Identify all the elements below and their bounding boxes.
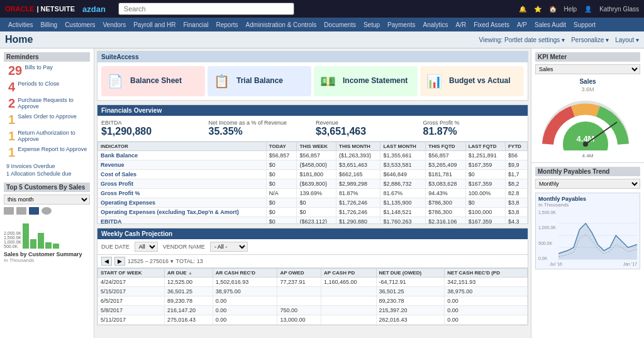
vendor-name-label: VENDOR NAME <box>163 244 205 250</box>
nav-setup[interactable]: Setup <box>360 20 383 30</box>
right-panel: KPI Meter Sales Sales 3.6M 4.4M <box>531 48 644 338</box>
table-row: Gross Profit$0($639,800)$2,989,298$2,886… <box>98 179 528 189</box>
reminder-periods-number: 4 <box>8 81 15 93</box>
table-cell: 94.43% <box>426 189 465 198</box>
wc-th-ar-cash: AR CASH REC'D <box>213 269 277 278</box>
table-cell: $0 <box>266 170 297 179</box>
bar-1 <box>23 223 29 249</box>
nav-fixed-assets[interactable]: Fixed Assets <box>470 20 513 30</box>
table-cell <box>321 315 376 325</box>
table-cell: $0 <box>297 198 336 208</box>
table-cell: $1,135,900 <box>380 198 426 208</box>
top5-title: Top 5 Customers By Sales <box>4 183 90 192</box>
reminder-bills-label[interactable]: Bills to Pay <box>25 64 90 70</box>
reminder-sales-label[interactable]: Sales Order to Approve <box>18 113 90 120</box>
layout-btn[interactable]: Layout ▾ <box>615 37 639 43</box>
nav-vendors[interactable]: Vendors <box>100 20 130 30</box>
table-cell: Operating Expenses (excluding Tax,Dep'n … <box>98 208 267 217</box>
kpi-meter-section: KPI Meter Sales Sales 3.6M 4.4M <box>531 48 644 163</box>
kpi-meter-select[interactable]: Sales <box>535 64 640 74</box>
search-bar[interactable] <box>118 3 294 15</box>
gauge-label: Sales <box>535 78 640 85</box>
reminder-expense-label[interactable]: Expense Report to Approve <box>18 146 90 152</box>
table-cell: 6/5/2017 <box>98 296 165 306</box>
reminder-purchase-label[interactable]: Purchase Requests to Approve <box>18 97 90 110</box>
nav-payments[interactable]: Payments <box>384 20 418 30</box>
payables-x-labels: Jul '16 Jan '17 <box>538 262 637 266</box>
table-cell: 0.00 <box>213 315 277 325</box>
star-icon[interactable]: ⭐ <box>534 6 541 13</box>
payables-title: Monthly Payables Trend <box>535 167 640 176</box>
wc-th-net-cash: NET CASH REC'D (PD <box>445 269 528 278</box>
fo-kpi-row: EBITDA $1,290,880 Net Income as a % of R… <box>97 116 528 142</box>
nav-support[interactable]: Support <box>570 20 599 30</box>
nav-activities[interactable]: Activities <box>5 20 36 30</box>
kpi-gross-profit: Gross Profit % 81.87% <box>423 120 525 137</box>
nav-sales-audit[interactable]: Sales Audit <box>531 20 569 30</box>
next-btn[interactable]: ▶ <box>114 257 125 266</box>
table-cell: $1,726,246 <box>336 208 380 217</box>
nav-payroll[interactable]: Payroll and HR <box>130 20 179 30</box>
table-cell: 262,016.43 <box>376 315 445 325</box>
allocation-due[interactable]: 1 Allocation Schedule due <box>4 170 90 177</box>
azdan-logo: azdan <box>82 4 106 14</box>
payables-period-select[interactable]: Monthly <box>535 179 640 189</box>
prev-btn[interactable]: ◀ <box>101 257 112 266</box>
pagination-total: TOTAL: 13 <box>176 258 203 264</box>
reminder-purchase: 2 Purchase Requests to Approve <box>4 97 90 110</box>
home-icon[interactable]: 🏠 <box>549 6 557 13</box>
table-cell: $56,857 <box>297 151 336 161</box>
kpi-meter-title: KPI Meter <box>535 52 640 62</box>
table-cell: 5/15/2017 <box>98 287 165 296</box>
th-last-fqtd: LAST FQTD <box>465 142 505 151</box>
nav-admin[interactable]: Administration & Controls <box>243 20 320 30</box>
due-date-select[interactable]: All <box>135 242 158 252</box>
nav-ar[interactable]: A/R <box>453 20 470 30</box>
table-row: Operating Expenses (excluding Tax,Dep'n … <box>98 208 528 217</box>
nav-ap[interactable]: A/P <box>514 20 530 30</box>
nav-financial[interactable]: Financial <box>180 20 211 30</box>
table-cell: 4/24/2017 <box>98 278 165 287</box>
nav-reports[interactable]: Reports <box>213 20 242 30</box>
search-input[interactable] <box>118 3 294 15</box>
personalize-btn[interactable]: Personalize ▾ <box>571 37 609 43</box>
nav-billing[interactable]: Billing <box>37 20 60 30</box>
th-today: TODAY <box>266 142 297 151</box>
payables-y-axis: 1,500.0K 1,000.0K 500.0K 0.0K <box>538 210 557 261</box>
th-this-fqtd: THIS FQTD <box>426 142 465 151</box>
budget-actual-card[interactable]: 📊 Budget vs Actual <box>420 66 524 96</box>
reminder-return-label[interactable]: Return Authorization to Approve <box>18 130 90 142</box>
trial-balance-card[interactable]: 📋 Trial Balance <box>208 66 311 96</box>
line-chart-icon[interactable] <box>4 207 14 215</box>
income-statement-card[interactable]: 💵 Income Statement <box>314 66 418 96</box>
pie-chart-icon[interactable] <box>42 207 52 215</box>
table-cell: $3,8 <box>505 198 527 208</box>
kpi-net-income-value: 35.35% <box>209 126 310 137</box>
reminder-periods: 4 Periods to Close <box>4 81 90 93</box>
svg-point-3 <box>583 142 588 147</box>
payables-chart: Monthly Payables In Thousands 1,500.0K 1… <box>535 193 640 269</box>
table-cell: 82.8 <box>505 189 527 198</box>
balance-sheet-card[interactable]: 📄 Balance Sheet <box>101 66 205 96</box>
viewing-portlet[interactable]: Viewing: Portlet date settings ▾ <box>479 37 565 43</box>
table-cell: 0.00 <box>445 306 528 315</box>
reminder-periods-label[interactable]: Periods to Close <box>18 81 90 87</box>
table-cell: $1,7 <box>505 170 527 179</box>
fo-header: Financials Overview <box>97 105 528 116</box>
top5-period-select[interactable]: this month <box>4 194 90 205</box>
kpi-revenue-label: Revenue <box>316 120 417 126</box>
nav-documents[interactable]: Documents <box>321 20 359 30</box>
nav-customers[interactable]: Customers <box>62 20 98 30</box>
table-cell: 38,975.00 <box>213 287 277 296</box>
help-link[interactable]: Help <box>564 6 577 13</box>
invoices-overdue[interactable]: 9 Invoices Overdue <box>4 162 90 170</box>
table-cell: $0 <box>266 217 297 224</box>
table-cell: ($623,112) <box>297 217 336 224</box>
vendor-name-select[interactable]: - All - <box>210 242 248 252</box>
help-icon[interactable]: 🔔 <box>519 6 526 13</box>
bar-chart-icon[interactable] <box>29 207 39 215</box>
nav-analytics[interactable]: Analytics <box>420 20 452 30</box>
area-chart-icon[interactable] <box>16 207 26 215</box>
th-last-month: LAST MONTH <box>380 142 426 151</box>
table-row: 5/11/2017275,016.430.0013,000.00262,016.… <box>98 315 528 325</box>
